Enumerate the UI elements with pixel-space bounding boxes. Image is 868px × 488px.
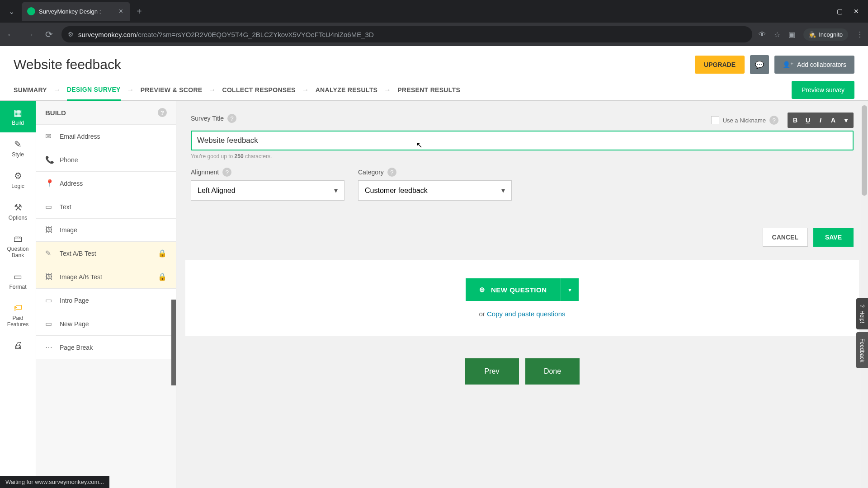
- help-icon[interactable]: ?: [227, 114, 236, 123]
- upgrade-button[interactable]: UPGRADE: [695, 56, 745, 74]
- scrollbar-thumb[interactable]: [171, 300, 176, 385]
- url-domain: surveymonkey.com: [78, 31, 136, 38]
- cancel-button[interactable]: CANCEL: [763, 228, 808, 247]
- chevron-right-icon: →: [302, 86, 309, 94]
- editor-main: Survey Title ? Use a Nickname ? B U I A: [176, 101, 868, 488]
- category-select[interactable]: Customer feedback ▾: [358, 180, 512, 201]
- tabs-dropdown[interactable]: ⌄: [5, 5, 18, 18]
- build-item-email[interactable]: ✉ Email Address: [36, 125, 176, 148]
- format-dropdown[interactable]: ▾: [840, 114, 852, 126]
- help-side-tab[interactable]: ? Help!: [856, 298, 868, 329]
- main-tabs: SUMMARY → DESIGN SURVEY → PREVIEW & SCOR…: [0, 80, 868, 101]
- editor-scrollbar[interactable]: [861, 101, 868, 488]
- alignment-select[interactable]: Left Aligned ▾: [191, 180, 344, 201]
- preview-survey-button[interactable]: Preview survey: [792, 81, 854, 99]
- build-item-text-ab[interactable]: ✎ Text A/B Test 🔒: [36, 242, 176, 265]
- nickname-checkbox[interactable]: [711, 116, 719, 124]
- forward-button[interactable]: →: [24, 29, 36, 40]
- bookmark-star-icon[interactable]: ☆: [774, 30, 780, 39]
- image-icon: 🖼: [45, 226, 53, 234]
- minimize-icon[interactable]: —: [820, 8, 826, 15]
- tab-summary[interactable]: SUMMARY: [14, 80, 47, 100]
- eye-off-icon[interactable]: 👁: [759, 30, 766, 38]
- rail-options[interactable]: ⚒ Options: [0, 196, 36, 227]
- dots-icon: ⋯: [45, 343, 53, 352]
- build-item-image[interactable]: 🖼 Image: [36, 219, 176, 242]
- prev-button[interactable]: Prev: [465, 358, 519, 385]
- chevron-right-icon: →: [127, 86, 134, 94]
- help-icon[interactable]: ?: [158, 108, 167, 117]
- chat-button[interactable]: 💬: [750, 55, 769, 74]
- reload-button[interactable]: ⟳: [42, 29, 55, 40]
- close-window-icon[interactable]: ✕: [854, 8, 859, 15]
- new-question-button[interactable]: ⊕ NEW QUESTION: [466, 278, 560, 301]
- new-question-dropdown[interactable]: ▾: [561, 278, 579, 301]
- incognito-icon: 🕵: [809, 31, 816, 38]
- tag-icon: 🏷: [2, 303, 34, 313]
- print-icon: 🖨: [2, 340, 34, 351]
- scrollbar-thumb[interactable]: [862, 105, 867, 196]
- tab-collect-responses[interactable]: COLLECT RESPONSES: [222, 80, 295, 100]
- alignment-label: Alignment ?: [191, 168, 344, 177]
- question-area: ⊕ NEW QUESTION ▾ or Copy and paste quest…: [185, 260, 859, 336]
- favicon-icon: [27, 7, 35, 15]
- build-item-address[interactable]: 📍 Address: [36, 172, 176, 195]
- build-panel-header: BUILD ?: [36, 101, 176, 125]
- ab-image-icon: 🖼: [45, 273, 53, 281]
- tab-analyze-results[interactable]: ANALYZE RESULTS: [316, 80, 378, 100]
- maximize-icon[interactable]: ▢: [837, 8, 843, 15]
- category-label: Category ?: [358, 168, 512, 177]
- sliders-icon: ⚒: [2, 202, 34, 213]
- add-collaborators-button[interactable]: 👤⁺ Add collaborators: [774, 56, 854, 74]
- nickname-label: Use a Nickname: [723, 117, 766, 124]
- incognito-badge[interactable]: 🕵 Incognito: [803, 28, 848, 41]
- bold-button[interactable]: B: [789, 114, 801, 126]
- site-settings-icon[interactable]: ⚙: [68, 31, 74, 38]
- save-button[interactable]: SAVE: [813, 228, 854, 247]
- char-hint: You're good up to 250 characters.: [191, 153, 854, 160]
- tab-preview-score[interactable]: PREVIEW & SCORE: [141, 80, 203, 100]
- chevron-right-icon: →: [53, 86, 61, 94]
- branch-icon: ⚙: [2, 170, 34, 181]
- help-bubble-icon: ?: [859, 305, 865, 308]
- rail-style[interactable]: ✎ Style: [0, 132, 36, 164]
- tab-design-survey[interactable]: DESIGN SURVEY: [67, 80, 121, 101]
- rail-format[interactable]: ▭ Format: [0, 265, 36, 296]
- new-tab-button[interactable]: +: [137, 6, 142, 17]
- rail-paid-features[interactable]: 🏷 Paid Features: [0, 296, 36, 334]
- layout-icon: ▭: [2, 271, 34, 282]
- tab-present-results[interactable]: PRESENT RESULTS: [397, 80, 460, 100]
- rail-build[interactable]: ▦ Build: [0, 101, 36, 132]
- menu-dots-icon[interactable]: ⋮: [856, 30, 863, 39]
- feedback-side-tab[interactable]: Feedback: [856, 332, 868, 369]
- page-icon: ▭: [45, 319, 53, 328]
- done-button[interactable]: Done: [525, 358, 580, 385]
- lock-icon: 🔒: [158, 272, 167, 281]
- close-tab-icon[interactable]: ×: [117, 7, 125, 15]
- build-item-new-page[interactable]: ▭ New Page: [36, 312, 176, 336]
- build-item-intro-page[interactable]: ▭ Intro Page: [36, 289, 176, 312]
- help-icon[interactable]: ?: [222, 168, 231, 177]
- rail-logic[interactable]: ⚙ Logic: [0, 164, 36, 196]
- pin-icon: 📍: [45, 179, 53, 188]
- build-item-text[interactable]: ▭ Text: [36, 195, 176, 219]
- build-item-phone[interactable]: 📞 Phone: [36, 148, 176, 172]
- help-icon[interactable]: ?: [387, 168, 396, 177]
- font-button[interactable]: A: [827, 114, 839, 126]
- rail-print[interactable]: 🖨: [0, 334, 36, 359]
- copy-paste-link[interactable]: Copy and paste questions: [487, 310, 565, 318]
- help-icon[interactable]: ?: [769, 116, 778, 125]
- build-item-image-ab[interactable]: 🖼 Image A/B Test 🔒: [36, 265, 176, 289]
- back-button[interactable]: ←: [5, 29, 17, 40]
- panel-icon[interactable]: ▣: [788, 30, 795, 39]
- survey-title-label: Survey Title ?: [191, 114, 236, 123]
- italic-button[interactable]: I: [815, 114, 826, 126]
- page-icon: ▭: [45, 296, 53, 305]
- browser-tab[interactable]: SurveyMonkey Design : ×: [22, 2, 130, 21]
- browser-status-bar: Waiting for www.surveymonkey.com...: [0, 476, 109, 488]
- underline-button[interactable]: U: [802, 114, 814, 126]
- rail-question-bank[interactable]: 🗃 Question Bank: [0, 227, 36, 265]
- survey-title-input[interactable]: [191, 131, 854, 150]
- build-item-page-break[interactable]: ⋯ Page Break: [36, 336, 176, 359]
- address-bar[interactable]: ⚙ surveymonkey.com/create/?sm=rsYO2R2V0E…: [61, 26, 752, 42]
